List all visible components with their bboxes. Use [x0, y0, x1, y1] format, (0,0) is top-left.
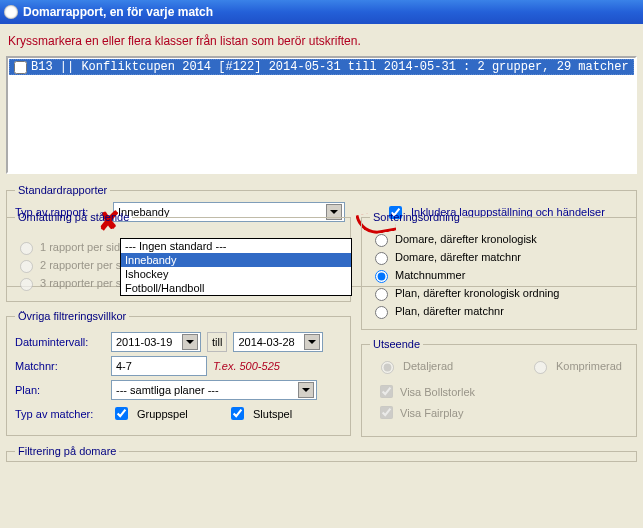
- look-group: Utseende Detaljerad Komprimerad Visa Bol…: [361, 338, 637, 437]
- gruppspel-check[interactable]: Gruppspel: [111, 404, 221, 423]
- date-to-word: till: [207, 332, 227, 352]
- sort-group: Sorteringsordning Domare, därefter krono…: [361, 211, 637, 330]
- plan-label: Plan:: [15, 384, 105, 396]
- fairplay-check: Visa Fairplay: [376, 403, 622, 422]
- sort-opt-4[interactable]: Plan, därefter kronologisk ordning: [370, 285, 628, 301]
- sort-radio-2[interactable]: [375, 252, 388, 265]
- class-row-text: B13 || Konfliktcupen 2014 [#122] 2014-05…: [31, 60, 629, 74]
- report-type-dropdown[interactable]: --- Ingen standard --- Innebandy Ishocke…: [120, 238, 352, 296]
- rpp-3-radio: [20, 278, 33, 291]
- compressed-opt: Komprimerad: [529, 358, 622, 374]
- fairplay-checkbox: [380, 406, 393, 419]
- bollstorlek-check: Visa Bollstorlek: [376, 382, 622, 401]
- bollstorlek-checkbox: [380, 385, 393, 398]
- date-to-combo[interactable]: 2014-03-28: [233, 332, 323, 352]
- date-from-combo[interactable]: 2011-03-19: [111, 332, 201, 352]
- filter-group: Övriga filtreringsvillkor Datumintervall…: [6, 310, 351, 436]
- detailed-opt: Detaljerad: [376, 358, 453, 374]
- sort-opt-2[interactable]: Domare, därefter matchnr: [370, 249, 628, 265]
- referee-filter-group: Filtrering på domare: [6, 445, 637, 462]
- plan-combo[interactable]: --- samtliga planer ---: [111, 380, 317, 400]
- report-type-option-fotboll[interactable]: Fotboll/Handboll: [121, 281, 351, 295]
- slutspel-check[interactable]: Slutspel: [227, 404, 292, 423]
- detailed-radio: [381, 361, 394, 374]
- app-icon: [4, 5, 18, 19]
- sort-opt-5[interactable]: Plan, därefter matchnr: [370, 303, 628, 319]
- chevron-down-icon[interactable]: [182, 334, 198, 350]
- referee-filter-legend: Filtrering på domare: [15, 445, 119, 457]
- class-list-row[interactable]: B13 || Konfliktcupen 2014 [#122] 2014-05…: [9, 59, 634, 75]
- sort-radio-1[interactable]: [375, 234, 388, 247]
- class-row-checkbox[interactable]: [14, 61, 27, 74]
- matchnr-input[interactable]: 4-7: [111, 356, 207, 376]
- matchnr-hint: T.ex. 500-525: [213, 360, 280, 372]
- report-type-option-none[interactable]: --- Ingen standard ---: [121, 239, 351, 253]
- sort-radio-3[interactable]: [375, 270, 388, 283]
- chevron-down-icon[interactable]: [298, 382, 314, 398]
- class-listbox[interactable]: B13 || Konfliktcupen 2014 [#122] 2014-05…: [6, 56, 637, 174]
- window-title: Domarrapport, en för varje match: [23, 5, 213, 19]
- filter-legend: Övriga filtreringsvillkor: [15, 310, 129, 322]
- sort-opt-3[interactable]: Matchnummer: [370, 267, 628, 283]
- sort-legend: Sorteringsordning: [370, 211, 463, 223]
- instruction-text: Kryssmarkera en eller flera klasser från…: [8, 34, 635, 48]
- matchnr-label: Matchnr:: [15, 360, 105, 372]
- matchtype-label: Typ av matcher:: [15, 408, 105, 420]
- standard-reports-legend: Standardrapporter: [15, 184, 110, 196]
- compressed-radio: [534, 361, 547, 374]
- window-titlebar: Domarrapport, en för varje match: [0, 0, 643, 24]
- rpp-1-radio: [20, 242, 33, 255]
- scope-legend: Omfattning på stående: [15, 211, 132, 223]
- date-label: Datumintervall:: [15, 336, 105, 348]
- slutspel-checkbox[interactable]: [231, 407, 244, 420]
- sort-radio-4[interactable]: [375, 288, 388, 301]
- report-type-option-innebandy[interactable]: Innebandy: [121, 253, 351, 267]
- chevron-down-icon[interactable]: [304, 334, 320, 350]
- gruppspel-checkbox[interactable]: [115, 407, 128, 420]
- sort-radio-5[interactable]: [375, 306, 388, 319]
- look-legend: Utseende: [370, 338, 423, 350]
- sort-opt-1[interactable]: Domare, därefter kronologisk: [370, 231, 628, 247]
- report-type-option-ishockey[interactable]: Ishockey: [121, 267, 351, 281]
- rpp-2-radio: [20, 260, 33, 273]
